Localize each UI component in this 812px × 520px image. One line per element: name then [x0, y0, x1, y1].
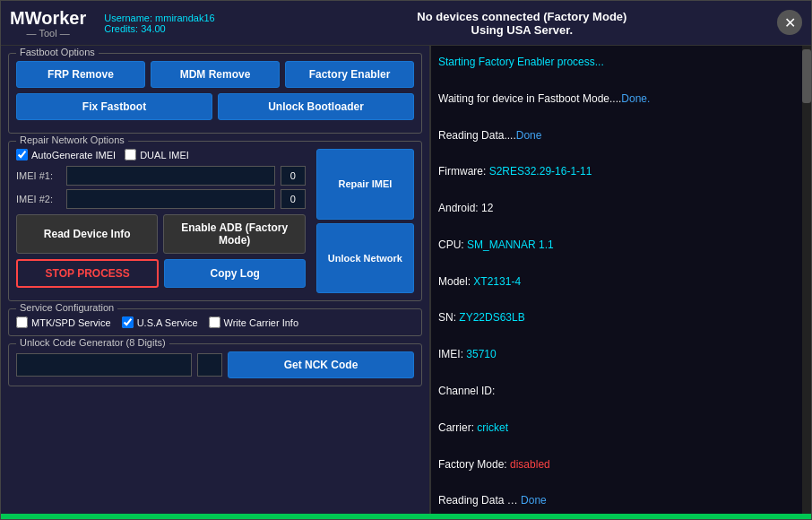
enable-adb-button[interactable]: Enable ADB (Factory Mode) [163, 214, 305, 254]
server-label: Using USA Server. [242, 23, 802, 37]
log-line: Channel ID: [438, 382, 804, 400]
logo-title: MWorker [10, 8, 86, 28]
connection-status: No devices connected (Factory Mode) [242, 10, 802, 23]
unlock-bootloader-button[interactable]: Unlock Bootloader [218, 93, 414, 120]
imei1-row: IMEI #1: [16, 166, 306, 186]
unlock-code-input[interactable] [16, 353, 192, 377]
scrollbar[interactable] [802, 46, 811, 514]
imei2-label: IMEI #2: [16, 194, 61, 204]
log-line: CPU: SM_MANNAR 1.1 [438, 236, 804, 254]
unlock-row: Get NCK Code [16, 351, 414, 378]
unlock-small-input[interactable] [197, 353, 222, 377]
mtk-checkbox-input[interactable] [16, 316, 28, 328]
fastboot-section-label: Fastboot Options [16, 47, 99, 57]
auto-gen-imei-checkbox[interactable]: AutoGenerate IMEI [16, 149, 116, 160]
write-carrier-checkbox-input[interactable] [209, 316, 220, 328]
frp-remove-button[interactable]: FRP Remove [16, 61, 145, 88]
checkbox-row: AutoGenerate IMEI DUAL IMEI [16, 149, 306, 160]
service-section-label: Service Configuration [16, 302, 117, 313]
network-left: AutoGenerate IMEI DUAL IMEI IMEI #1: [16, 149, 306, 293]
left-panel: Fastboot Options FRP Remove MDM Remove F… [1, 46, 429, 514]
write-carrier-label: Write Carrier Info [224, 317, 299, 328]
factory-enabler-button[interactable]: Factory Enabler [285, 61, 414, 88]
close-button[interactable]: ✕ [777, 10, 802, 35]
fastboot-row2: Fix Fastboot Unlock Bootloader [16, 93, 414, 120]
get-nck-code-button[interactable]: Get NCK Code [228, 351, 414, 378]
unlock-network-button[interactable]: Unlock Network [316, 223, 414, 294]
unlock-section-label: Unlock Code Generator (8 Digits) [16, 337, 169, 348]
action-row2: STOP PROCESS Copy Log [16, 259, 306, 288]
user-info: Username: mmirandak16 Credits: 34.00 [104, 13, 215, 34]
dual-imei-checkbox[interactable]: DUAL IMEI [125, 149, 189, 160]
action-row1: Read Device Info Enable ADB (Factory Mod… [16, 214, 306, 254]
mdm-remove-button[interactable]: MDM Remove [151, 61, 280, 88]
content-area: Fastboot Options FRP Remove MDM Remove F… [1, 46, 811, 514]
log-line: Firmware: S2RES32.29-16-1-11 [438, 162, 804, 180]
read-device-button[interactable]: Read Device Info [16, 214, 158, 254]
imei2-row: IMEI #2: [16, 189, 306, 209]
log-panel: Starting Factory Enabler process... Wait… [429, 46, 811, 514]
log-line: Carrier: cricket [438, 419, 804, 437]
imei1-input[interactable] [66, 166, 275, 186]
imei2-input[interactable] [66, 189, 275, 209]
imei1-count[interactable] [281, 166, 306, 186]
log-line: Model: XT2131-4 [438, 273, 804, 290]
logo-subtitle: — Tool — [10, 28, 86, 39]
repair-network-section: Repair Network Options AutoGenerate IMEI… [8, 141, 422, 301]
log-line: Android: 12 [438, 199, 804, 217]
server-info: No devices connected (Factory Mode) Usin… [242, 10, 802, 37]
logo-area: MWorker — Tool — [10, 8, 86, 39]
log-line: Factory Mode: disabled [438, 455, 804, 473]
bottom-status-bar [1, 514, 811, 519]
log-line: IMEI: 35710 [438, 345, 804, 363]
fastboot-options-section: Fastboot Options FRP Remove MDM Remove F… [8, 53, 422, 134]
repair-imei-button[interactable]: Repair IMEI [316, 149, 414, 220]
title-bar: MWorker — Tool — Username: mmirandak16 C… [1, 1, 811, 46]
usa-label: U.S.A Service [137, 317, 198, 328]
unlock-code-section: Unlock Code Generator (8 Digits) Get NCK… [8, 343, 422, 386]
imei1-label: IMEI #1: [16, 170, 61, 181]
mtk-label: MTK/SPD Service [31, 317, 111, 328]
log-line: Reading Data....Done [438, 126, 804, 144]
log-content: Starting Factory Enabler process... Wait… [438, 53, 804, 514]
scrollbar-thumb [802, 49, 811, 103]
auto-gen-label: AutoGenerate IMEI [31, 150, 116, 160]
imei2-count[interactable] [281, 189, 306, 209]
fastboot-row1: FRP Remove MDM Remove Factory Enabler [16, 61, 414, 88]
repair-right: Repair IMEI Unlock Network [316, 149, 414, 293]
mtk-service-checkbox[interactable]: MTK/SPD Service [16, 316, 111, 328]
stop-process-button[interactable]: STOP PROCESS [16, 259, 159, 288]
usa-checkbox-input[interactable] [122, 316, 134, 328]
log-line: SN: ZY22DS63LB [438, 308, 804, 326]
repair-section-label: Repair Network Options [16, 134, 128, 145]
username-label: Username: mmirandak16 [104, 13, 215, 23]
credits-label: Credits: 34.00 [104, 23, 215, 34]
log-line: Starting Factory Enabler process... [438, 53, 804, 71]
main-window: MWorker — Tool — Username: mmirandak16 C… [0, 0, 812, 520]
copy-log-button[interactable]: Copy Log [164, 259, 305, 288]
service-config-section: Service Configuration MTK/SPD Service U.… [8, 308, 422, 336]
auto-gen-checkbox-input[interactable] [16, 149, 28, 160]
dual-imei-label: DUAL IMEI [140, 150, 189, 160]
log-line: Reading Data … Done [438, 491, 804, 509]
write-carrier-checkbox[interactable]: Write Carrier Info [209, 316, 299, 328]
usa-service-checkbox[interactable]: U.S.A Service [122, 316, 198, 328]
fix-fastboot-button[interactable]: Fix Fastboot [16, 93, 212, 120]
dual-imei-checkbox-input[interactable] [125, 149, 136, 160]
log-line: Waiting for device in Fastboot Mode....D… [438, 90, 804, 108]
network-layout: AutoGenerate IMEI DUAL IMEI IMEI #1: [16, 149, 414, 293]
service-row: MTK/SPD Service U.S.A Service Write Carr… [16, 316, 414, 328]
